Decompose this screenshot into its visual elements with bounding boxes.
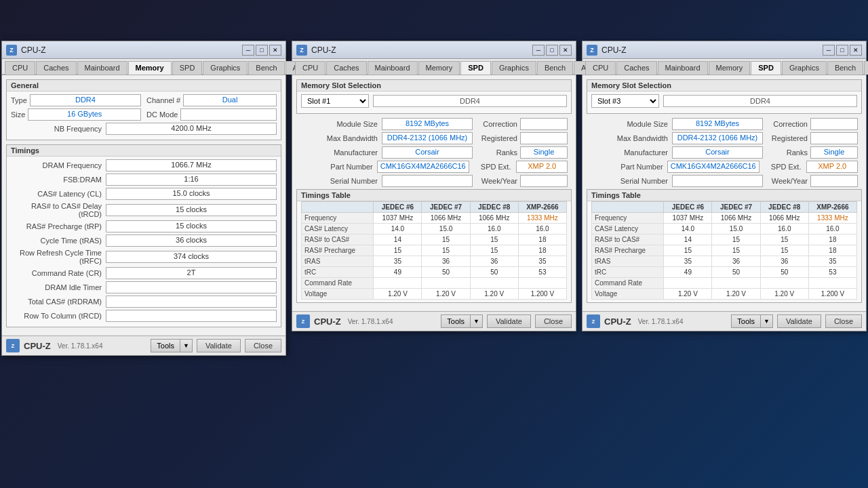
close-btn-bottom-3[interactable]: Close [825, 314, 862, 328]
minimize-btn-2[interactable]: ─ [532, 45, 545, 56]
tab-graphics-2[interactable]: Graphics [492, 61, 536, 75]
cas-value: 15.0 clocks [106, 188, 277, 200]
size-dc-row: Size 16 GBytes DC Mode [11, 108, 277, 121]
tab-caches-3[interactable]: Caches [616, 61, 656, 75]
minimize-btn-3[interactable]: ─ [823, 45, 835, 56]
slot-value-3: DDR4 [663, 95, 857, 107]
tools-btn-1[interactable]: Tools [151, 339, 180, 352]
trdram-value [106, 296, 277, 308]
maximize-btn-3[interactable]: □ [836, 45, 848, 56]
timings-table-3: JEDEC #6 JEDEC #7 JEDEC #8 XMP-2666 Freq… [591, 201, 857, 300]
minimize-btn-1[interactable]: ─ [242, 45, 254, 56]
correction-label-3: Correction [763, 120, 810, 128]
row-label-3-2: RAS# to CAS# [592, 235, 664, 245]
tab-spd-2[interactable]: SPD [460, 61, 491, 75]
tab-memory-1[interactable]: Memory [128, 61, 172, 75]
tab-about-3[interactable]: About [864, 61, 868, 75]
close-btn-3[interactable]: ✕ [850, 45, 862, 56]
manufacturer-value-3: Corsair [672, 146, 763, 159]
tab-graphics-1[interactable]: Graphics [203, 61, 248, 75]
ranks-value-3: Single [810, 146, 858, 159]
week-label-3: Week/Year [763, 177, 810, 185]
tab-cpu-1[interactable]: CPU [5, 61, 35, 75]
th-jedec8-2: JEDEC #8 [470, 202, 518, 213]
row-val-3-1-2: 16.0 [760, 224, 808, 235]
table-row-2-0: Frequency1037 MHz1066 MHz1066 MHz1333 MH… [302, 213, 567, 224]
timings-table-section-2: Timings Table JEDEC #6 JEDEC #7 JEDEC #8… [296, 189, 572, 303]
tab-graphics-3[interactable]: Graphics [782, 61, 827, 75]
maximize-btn-1[interactable]: □ [256, 45, 268, 56]
size-label: Size [11, 110, 28, 119]
slot-select-2[interactable]: Slot #1 Slot #2 Slot #3 Slot #4 [301, 94, 369, 108]
row-val-2-6-1 [422, 278, 470, 289]
validate-btn-2[interactable]: Validate [487, 314, 531, 328]
close-btn-bottom-2[interactable]: Close [535, 314, 572, 328]
tab-spd-3[interactable]: SPD [751, 61, 781, 75]
tab-spd-1[interactable]: SPD [172, 61, 203, 75]
idle-label: DRAM Idle Timer [11, 283, 106, 291]
dc-label: DC Mode [146, 110, 180, 119]
registered-value-2 [520, 132, 568, 144]
serial-value-2 [382, 175, 473, 187]
row-val-3-0-3: 1333 MHz [808, 213, 856, 224]
serial-row-2: Serial Number Week/Year [300, 175, 568, 187]
row-val-3-5-3: 53 [808, 267, 856, 278]
validate-btn-3[interactable]: Validate [777, 314, 821, 328]
size-pair: Size 16 GBytes [11, 108, 141, 121]
tools-dropdown-1[interactable]: Tools ▼ [151, 339, 193, 352]
module-size-value-3: 8192 MBytes [672, 118, 763, 130]
tab-mainboard-1[interactable]: Mainboard [77, 61, 127, 75]
tab-mainboard-3[interactable]: Mainboard [658, 61, 708, 75]
window-1: Z CPU-Z ─ □ ✕ CPU Caches Mainboard Memor… [1, 41, 286, 356]
week-value-2 [520, 175, 568, 187]
slot-select-3[interactable]: Slot #1 Slot #2 Slot #3 Slot #4 [591, 94, 659, 108]
title-bar-1[interactable]: Z CPU-Z ─ □ ✕ [2, 41, 285, 59]
close-btn-2[interactable]: ✕ [559, 45, 572, 56]
logo-icon-3: Z [587, 314, 600, 328]
tab-caches-1[interactable]: Caches [36, 61, 76, 75]
tools-btn-3[interactable]: Tools [731, 314, 760, 328]
row-val-3-6-1 [712, 278, 760, 289]
row-val-2-2-0: 14 [374, 235, 422, 245]
row-val-3-0-2: 1066 MHz [760, 213, 808, 224]
registered-value-3 [810, 132, 858, 144]
tab-memory-3[interactable]: Memory [709, 61, 751, 75]
version-3: Ver. 1.78.1.x64 [638, 318, 684, 325]
title-bar-3[interactable]: Z CPU-Z ─ □ ✕ [583, 41, 866, 59]
th-jedec8-3: JEDEC #8 [760, 202, 808, 213]
rp-label: RAS# Precharge (tRP) [11, 222, 106, 230]
row-label-3-7: Voltage [592, 289, 664, 300]
spd-ext-label-3: SPD Ext. [760, 163, 804, 171]
tab-mainboard-2[interactable]: Mainboard [368, 61, 418, 75]
tools-arrow-2[interactable]: ▼ [470, 314, 483, 328]
cr-value: 2T [106, 267, 277, 279]
tab-bench-3[interactable]: Bench [827, 61, 863, 75]
tab-bench-1[interactable]: Bench [248, 61, 284, 75]
table-row-3-2: RAS# to CAS#14151518 [592, 235, 857, 245]
spd-fields-3: Module Size 8192 MBytes Correction Max B… [587, 118, 862, 187]
rp-value: 15 clocks [106, 220, 277, 232]
rcd-label: RAS# to CAS# Delay (tRCD) [11, 202, 106, 218]
tab-caches-2[interactable]: Caches [326, 61, 366, 75]
trdram-row: Total CAS# (tRDRAM) [11, 296, 277, 308]
title-bar-2[interactable]: Z CPU-Z ─ □ ✕ [292, 41, 576, 59]
tools-arrow-1[interactable]: ▼ [180, 339, 193, 352]
tools-arrow-3[interactable]: ▼ [760, 314, 773, 328]
close-btn-1[interactable]: ✕ [269, 45, 281, 56]
row-val-3-2-1: 15 [712, 235, 760, 245]
tab-memory-2[interactable]: Memory [418, 61, 460, 75]
close-btn-bottom-1[interactable]: Close [245, 339, 281, 352]
tab-cpu-2[interactable]: CPU [295, 61, 326, 75]
row-val-3-4-0: 35 [664, 256, 712, 267]
slot-selection-3: Slot #1 Slot #2 Slot #3 Slot #4 DDR4 [587, 92, 861, 110]
validate-btn-1[interactable]: Validate [197, 339, 241, 352]
tools-btn-2[interactable]: Tools [441, 314, 470, 328]
tools-dropdown-2[interactable]: Tools ▼ [441, 314, 483, 328]
tab-cpu-3[interactable]: CPU [585, 61, 616, 75]
tools-dropdown-3[interactable]: Tools ▼ [731, 314, 773, 328]
module-size-label-2: Module Size [300, 120, 382, 128]
row-val-3-0-1: 1066 MHz [712, 213, 760, 224]
row-val-3-4-1: 36 [712, 256, 760, 267]
maximize-btn-2[interactable]: □ [546, 45, 558, 56]
tab-bench-2[interactable]: Bench [537, 61, 573, 75]
